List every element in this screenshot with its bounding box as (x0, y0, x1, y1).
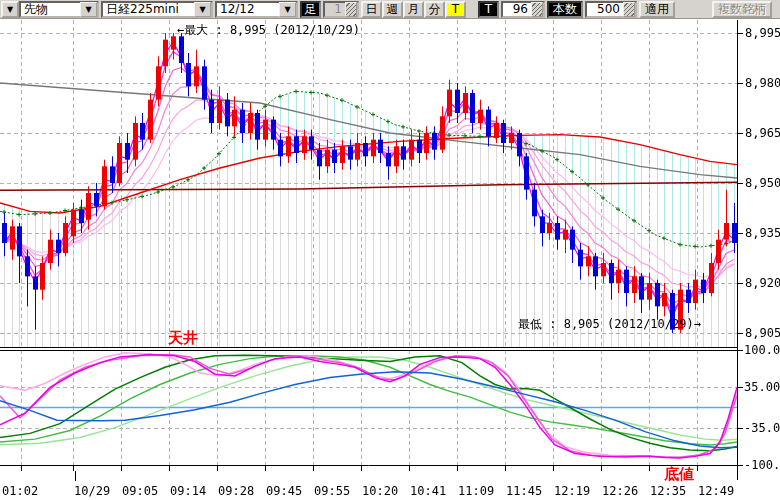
chevron-down-icon: ▼ (7, 5, 13, 14)
category-select[interactable]: 先物 ▼ (19, 1, 99, 18)
chevron-down-icon[interactable]: ▼ (279, 2, 296, 17)
spinner-grip-icon[interactable] (531, 2, 543, 17)
contract-value: 12/12 (217, 2, 258, 16)
t-toggle-button[interactable]: T (478, 1, 499, 18)
day-button[interactable]: 日 (361, 1, 382, 18)
price-and-oscillator-chart-canvas[interactable] (0, 19, 780, 500)
interval-value: 1 (325, 2, 345, 16)
honsu-label: 本数 (547, 1, 583, 18)
symbol-select[interactable]: 日経225mini ▼ (101, 1, 213, 18)
chevron-down-icon[interactable]: ▼ (80, 2, 97, 17)
bars-spinner[interactable]: 96 (501, 1, 545, 18)
count-value: 500 (587, 2, 623, 16)
tick-button[interactable]: T (445, 1, 466, 18)
multi-symbol-button[interactable]: 複数銘柄 (712, 1, 772, 18)
toolbar: ▼ 先物 ▼ 日経225mini ▼ 12/12 ▼ 足 1 日 週 月 分 T… (0, 0, 780, 19)
minute-button[interactable]: 分 (424, 1, 445, 18)
spinner-grip-icon[interactable] (623, 2, 635, 17)
category-value: 先物 (21, 1, 51, 18)
chart-area (0, 19, 780, 500)
symbol-value: 日経225mini (103, 1, 182, 18)
contract-select[interactable]: 12/12 ▼ (215, 1, 298, 18)
ashi-button[interactable]: 足 (300, 1, 321, 18)
week-button[interactable]: 週 (382, 1, 403, 18)
window-dropdown-button[interactable]: ▼ (1, 1, 19, 18)
apply-button[interactable]: 適用 (639, 1, 675, 18)
interval-spinner[interactable]: 1 (323, 1, 359, 18)
month-button[interactable]: 月 (403, 1, 424, 18)
spinner-grip-icon[interactable] (345, 2, 357, 17)
bars-value: 96 (503, 2, 531, 16)
count-spinner[interactable]: 500 (585, 1, 637, 18)
chevron-down-icon[interactable]: ▼ (194, 2, 211, 17)
